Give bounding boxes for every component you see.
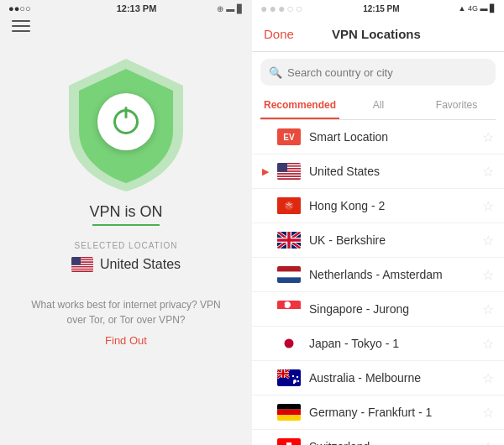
svg-rect-8 bbox=[71, 266, 93, 267]
svg-rect-13 bbox=[71, 257, 81, 265]
star-icon[interactable]: ☆ bbox=[482, 129, 494, 145]
location-name: Netherlands - Amsterdam bbox=[309, 268, 482, 281]
expand-arrow: ▶ bbox=[262, 166, 274, 177]
list-item[interactable]: Hong Kong - 2 ☆ bbox=[252, 189, 504, 223]
right-status-icons: ▲ 4G ▬ ▊ bbox=[459, 4, 496, 13]
svg-rect-47 bbox=[277, 404, 301, 410]
tab-recommended[interactable]: Recommended bbox=[260, 92, 339, 119]
svg-point-45 bbox=[297, 380, 299, 382]
us-flag-icon bbox=[277, 163, 301, 180]
location-name: United States bbox=[309, 165, 482, 178]
location-name: Australia - Melbourne bbox=[309, 371, 482, 385]
tab-all[interactable]: All bbox=[339, 92, 417, 119]
svg-text:EV: EV bbox=[283, 133, 295, 142]
location-name: Japan - Tokyo - 1 bbox=[309, 337, 482, 350]
list-item[interactable]: Australia - Melbourne ☆ bbox=[252, 361, 504, 395]
svg-rect-24 bbox=[277, 173, 301, 175]
selected-location-label: SELECTED LOCATION bbox=[75, 241, 178, 250]
svg-rect-27 bbox=[277, 177, 301, 179]
privacy-text: What works best for internet privacy? VP… bbox=[0, 297, 252, 327]
jp-flag-icon bbox=[277, 335, 301, 352]
sg-flag-icon bbox=[277, 301, 301, 317]
top-nav: Done VPN Locations bbox=[252, 17, 504, 52]
ch-flag-icon bbox=[277, 438, 301, 445]
svg-rect-23 bbox=[277, 172, 301, 174]
selected-location-value: United States bbox=[71, 257, 181, 272]
uk-flag-icon bbox=[277, 232, 301, 249]
svg-rect-48 bbox=[277, 410, 301, 416]
list-item[interactable]: ▶ United bbox=[252, 154, 504, 189]
svg-rect-49 bbox=[277, 415, 301, 421]
svg-rect-33 bbox=[277, 266, 301, 272]
svg-rect-37 bbox=[277, 309, 301, 317]
svg-rect-29 bbox=[277, 163, 287, 172]
find-out-link[interactable]: Find Out bbox=[105, 334, 147, 347]
hamburger-menu-button[interactable] bbox=[12, 20, 30, 32]
hamburger-line-2 bbox=[12, 25, 30, 27]
right-panel: ●●●○○ 12:15 PM ▲ 4G ▬ ▊ Done VPN Locatio… bbox=[252, 0, 504, 445]
svg-point-44 bbox=[297, 376, 298, 378]
location-name: Singapore - Jurong bbox=[309, 302, 482, 316]
svg-point-43 bbox=[292, 375, 294, 377]
search-icon: 🔍 bbox=[269, 66, 282, 79]
power-button[interactable] bbox=[97, 93, 155, 150]
left-signal-dots: ●●○○ bbox=[8, 3, 31, 13]
nav-title: VPN Locations bbox=[332, 27, 421, 41]
svg-rect-26 bbox=[277, 175, 301, 177]
svg-point-39 bbox=[285, 339, 294, 348]
location-name: Switzerland bbox=[309, 440, 482, 445]
search-bar: 🔍 bbox=[260, 59, 496, 86]
list-item[interactable]: EV Smart Location ☆ bbox=[252, 120, 504, 154]
star-icon[interactable]: ☆ bbox=[482, 164, 494, 180]
hk-flag-icon bbox=[277, 197, 301, 214]
done-button[interactable]: Done bbox=[264, 27, 294, 41]
list-item[interactable]: Japan - Tokyo - 1 ☆ bbox=[252, 327, 504, 361]
star-icon[interactable]: ☆ bbox=[482, 439, 494, 446]
vpn-status-text: VPN is ON bbox=[89, 203, 162, 221]
svg-rect-11 bbox=[71, 270, 93, 270]
hamburger-line-1 bbox=[12, 20, 30, 22]
star-icon[interactable]: ☆ bbox=[482, 233, 494, 249]
list-item[interactable]: Singapore - Jurong ☆ bbox=[252, 292, 504, 327]
nl-flag-icon bbox=[277, 266, 301, 283]
au-flag-icon bbox=[277, 369, 301, 386]
list-item[interactable]: Switzerland ☆ bbox=[252, 430, 504, 445]
right-status-bar: ●●●○○ 12:15 PM ▲ 4G ▬ ▊ bbox=[252, 0, 504, 17]
svg-rect-34 bbox=[277, 272, 301, 278]
search-input[interactable] bbox=[287, 66, 487, 79]
list-item[interactable]: Germany - Frankfurt - 1 ☆ bbox=[252, 395, 504, 430]
shield-container bbox=[59, 50, 193, 193]
right-time: 12:15 PM bbox=[363, 4, 399, 13]
hamburger-line-3 bbox=[12, 30, 30, 32]
star-icon[interactable]: ☆ bbox=[482, 405, 494, 421]
vpn-status-underline bbox=[92, 224, 160, 226]
location-name: UK - Berkshire bbox=[309, 233, 482, 247]
star-icon[interactable]: ☆ bbox=[482, 198, 494, 214]
location-name: Hong Kong - 2 bbox=[309, 199, 482, 212]
left-time: 12:13 PM bbox=[117, 3, 157, 13]
svg-rect-35 bbox=[277, 277, 301, 283]
svg-rect-25 bbox=[277, 175, 301, 176]
star-icon[interactable]: ☆ bbox=[482, 267, 494, 283]
right-signal-dots: ●●●○○ bbox=[260, 2, 304, 15]
left-status-icons: ⊕ ▬ ▊ bbox=[217, 4, 244, 13]
us-flag-icon bbox=[71, 257, 93, 272]
list-item[interactable]: UK - Berkshire ☆ bbox=[252, 223, 504, 258]
tabs-row: Recommended All Favorites bbox=[260, 92, 496, 120]
svg-point-46 bbox=[293, 382, 295, 384]
svg-rect-10 bbox=[71, 269, 93, 270]
star-icon[interactable]: ☆ bbox=[482, 370, 494, 386]
left-panel: ●●○○ 12:13 PM ⊕ ▬ ▊ VPN is ON SELECTED L… bbox=[0, 0, 252, 445]
list-item[interactable]: Netherlands - Amsterdam ☆ bbox=[252, 258, 504, 292]
power-icon bbox=[113, 109, 139, 134]
smart-location-icon: EV bbox=[277, 128, 301, 145]
de-flag-icon bbox=[277, 404, 301, 421]
star-icon[interactable]: ☆ bbox=[482, 336, 494, 352]
svg-rect-12 bbox=[71, 271, 93, 272]
star-icon[interactable]: ☆ bbox=[482, 301, 494, 317]
selected-location-name: United States bbox=[100, 257, 181, 272]
tab-favorites[interactable]: Favorites bbox=[417, 92, 496, 119]
svg-rect-9 bbox=[71, 267, 93, 268]
left-status-bar: ●●○○ 12:13 PM ⊕ ▬ ▊ bbox=[0, 0, 252, 17]
location-name: Smart Location bbox=[309, 130, 482, 144]
